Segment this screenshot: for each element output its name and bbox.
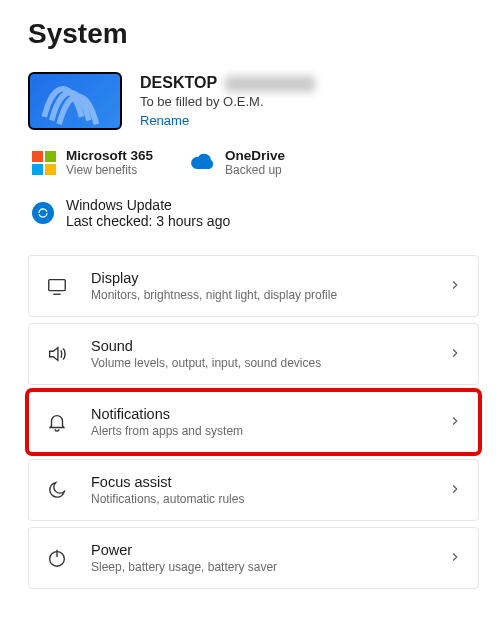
settings-item-power[interactable]: Power Sleep, battery usage, battery save… (28, 527, 479, 589)
chevron-right-icon (448, 278, 462, 295)
display-icon (45, 275, 69, 297)
device-name: DESKTOP (140, 74, 217, 92)
onedrive-tile[interactable]: OneDrive Backed up (189, 148, 285, 177)
chevron-right-icon (448, 550, 462, 567)
svg-rect-0 (49, 280, 66, 291)
settings-item-notifications[interactable]: Notifications Alerts from apps and syste… (28, 391, 479, 453)
windows-update-title: Windows Update (66, 197, 230, 213)
windows-update-icon (32, 202, 54, 224)
focus-assist-icon (45, 479, 69, 501)
settings-item-title: Display (91, 270, 448, 286)
sound-icon (45, 343, 69, 365)
microsoft-logo-icon (32, 151, 56, 175)
microsoft-365-sub: View benefits (66, 163, 153, 177)
onedrive-icon (189, 152, 215, 173)
page-title: System (28, 18, 479, 50)
device-name-redacted (225, 76, 315, 92)
windows-update-sub: Last checked: 3 hours ago (66, 213, 230, 229)
settings-item-title: Power (91, 542, 448, 558)
microsoft-365-title: Microsoft 365 (66, 148, 153, 163)
windows-update-tile[interactable]: Windows Update Last checked: 3 hours ago (28, 197, 479, 229)
device-summary: DESKTOP To be filled by O.E.M. Rename (28, 72, 479, 130)
settings-item-sub: Monitors, brightness, night light, displ… (91, 288, 448, 302)
settings-item-sound[interactable]: Sound Volume levels, output, input, soun… (28, 323, 479, 385)
settings-item-display[interactable]: Display Monitors, brightness, night ligh… (28, 255, 479, 317)
microsoft-365-tile[interactable]: Microsoft 365 View benefits (32, 148, 153, 177)
device-wallpaper-thumb (28, 72, 122, 130)
settings-item-title: Focus assist (91, 474, 448, 490)
onedrive-sub: Backed up (225, 163, 285, 177)
settings-item-sub: Sleep, battery usage, battery saver (91, 560, 448, 574)
settings-item-sub: Volume levels, output, input, sound devi… (91, 356, 448, 370)
power-icon (45, 547, 69, 569)
settings-item-title: Sound (91, 338, 448, 354)
settings-list: Display Monitors, brightness, night ligh… (28, 255, 479, 589)
chevron-right-icon (448, 414, 462, 431)
chevron-right-icon (448, 346, 462, 363)
settings-item-title: Notifications (91, 406, 448, 422)
chevron-right-icon (448, 482, 462, 499)
rename-link[interactable]: Rename (140, 113, 189, 128)
settings-item-focus-assist[interactable]: Focus assist Notifications, automatic ru… (28, 459, 479, 521)
device-model: To be filled by O.E.M. (140, 94, 315, 109)
settings-item-sub: Alerts from apps and system (91, 424, 448, 438)
onedrive-title: OneDrive (225, 148, 285, 163)
settings-item-sub: Notifications, automatic rules (91, 492, 448, 506)
notifications-icon (45, 411, 69, 433)
